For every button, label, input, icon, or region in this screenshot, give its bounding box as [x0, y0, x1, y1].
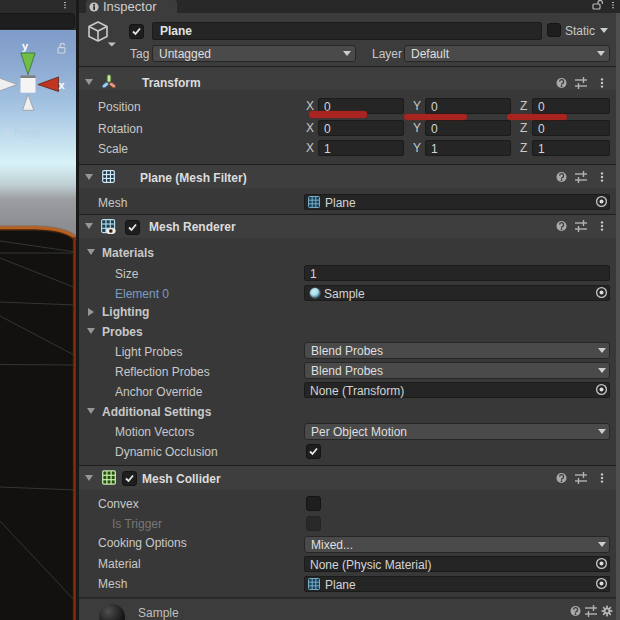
svg-text:x: x	[59, 79, 66, 91]
svg-text:Persp: Persp	[14, 128, 41, 139]
svg-text:y: y	[22, 40, 29, 52]
